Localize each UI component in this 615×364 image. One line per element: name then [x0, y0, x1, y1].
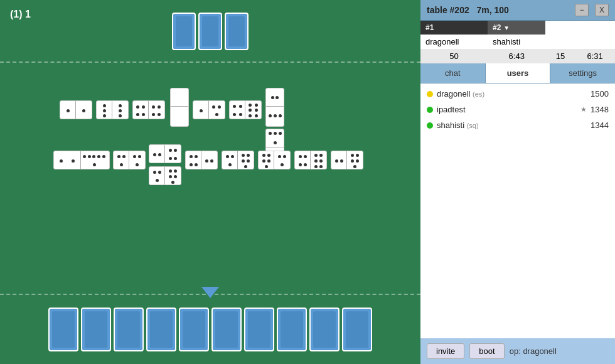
domino-piece — [229, 100, 262, 119]
hand-card-9[interactable] — [309, 308, 340, 351]
domino-piece — [294, 151, 327, 169]
user-row-ipadtest: ipadtest ★ 1348 — [420, 102, 615, 117]
hand-card-2[interactable] — [81, 308, 111, 351]
game-area: (1) 1 — [0, 0, 420, 364]
domino-piece — [132, 100, 165, 119]
tabs: chat users settings — [420, 63, 615, 83]
panel-title: table #202 7m, 100 — [427, 5, 569, 15]
domino-piece — [60, 100, 92, 119]
players-table: #1 #2 ▼ dragonell shahisti 50 6:43 15 6:… — [420, 21, 615, 63]
star-icon-ipadtest: ★ — [580, 105, 587, 114]
domino-piece — [149, 166, 181, 185]
dashed-line-top — [0, 62, 420, 63]
hand-card-7[interactable] — [244, 308, 274, 351]
player2-name: shahisti — [488, 35, 545, 49]
domino-piece — [258, 151, 291, 169]
user-row-shahisti: shahisti (sq) 1344 — [420, 117, 615, 133]
panel-footer: invite boot op: dragonell — [420, 338, 615, 364]
domino-piece — [193, 100, 225, 119]
status-indicator-dragonell — [427, 91, 433, 97]
hand-card-10[interactable] — [342, 308, 372, 351]
rating-dragonell: 1500 — [591, 89, 609, 99]
tab-users[interactable]: users — [486, 63, 551, 83]
minimize-button[interactable]: − — [575, 4, 589, 16]
boot-button[interactable]: boot — [469, 343, 504, 359]
player1-name: dragonell — [420, 35, 488, 49]
domino-piece — [113, 151, 146, 169]
username-dragonell: dragonell (es) — [437, 89, 587, 99]
close-button[interactable]: X — [595, 4, 609, 16]
top-card-2 — [198, 13, 222, 50]
panel-header: table #202 7m, 100 − X — [420, 0, 615, 21]
hand-card-1[interactable] — [48, 308, 78, 351]
domino-piece — [185, 151, 218, 169]
rating-ipadtest: 1348 — [591, 105, 609, 114]
top-cards — [172, 13, 249, 50]
right-panel: table #202 7m, 100 − X #1 #2 ▼ dragonell… — [420, 0, 615, 364]
score-label: (1) 1 — [10, 9, 31, 20]
player2-score: 15 — [545, 49, 575, 63]
rating-shahisti: 1344 — [591, 120, 609, 130]
domino-piece — [149, 144, 181, 163]
invite-button[interactable]: invite — [427, 343, 464, 359]
domino-piece — [331, 151, 363, 169]
top-card-3 — [225, 13, 249, 50]
bottom-hand — [48, 308, 372, 351]
hand-card-3[interactable] — [114, 308, 144, 351]
player2-time: 6:31 — [575, 49, 615, 63]
player1-header: #1 — [420, 21, 488, 35]
hand-card-4[interactable] — [146, 308, 176, 351]
username-shahisti: shahisti (sq) — [437, 120, 587, 130]
domino-piece — [96, 100, 129, 119]
hand-card-6[interactable] — [211, 308, 242, 351]
status-indicator-shahisti — [427, 122, 433, 129]
domino-piece — [265, 88, 284, 127]
username-ipadtest: ipadtest — [437, 105, 577, 114]
top-card-1 — [172, 13, 196, 50]
domino-piece — [53, 151, 110, 169]
tab-settings[interactable]: settings — [550, 63, 615, 83]
op-label: op: dragonell — [510, 346, 557, 356]
player1-score: 50 — [420, 49, 488, 63]
hand-card-5[interactable] — [179, 308, 209, 351]
player1-time: 6:43 — [488, 49, 545, 63]
domino-piece — [222, 151, 254, 169]
player2-header: #2 ▼ — [488, 21, 545, 35]
domino-piece — [170, 88, 189, 127]
hand-card-8[interactable] — [277, 308, 307, 351]
domino-board — [53, 88, 367, 213]
user-row-dragonell: dragonell (es) 1500 — [420, 86, 615, 102]
tab-chat[interactable]: chat — [420, 63, 486, 83]
status-indicator-ipadtest — [427, 107, 433, 113]
arrow-down-indicator — [201, 287, 219, 298]
users-list: dragonell (es) 1500 ipadtest ★ 1348 shah… — [420, 83, 615, 338]
